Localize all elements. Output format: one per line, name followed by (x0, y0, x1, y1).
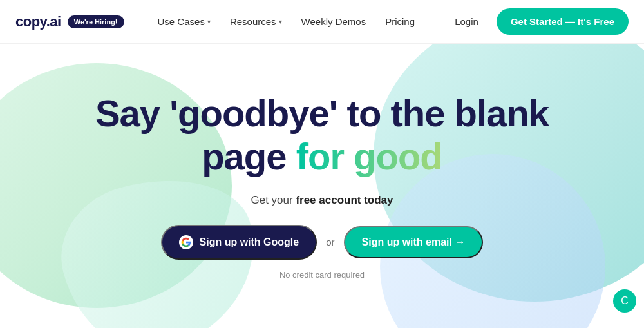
no-credit-card-text: No credit card required (95, 270, 549, 280)
get-started-button[interactable]: Get Started — It's Free (497, 8, 629, 35)
logo-area[interactable]: copy.ai We're Hiring! (15, 14, 124, 30)
hero-title-highlight: for good (296, 135, 442, 177)
or-separator: or (326, 236, 334, 247)
nav-links: Use Cases ▾ Resources ▾ Weekly Demos Pri… (150, 11, 448, 32)
google-icon (179, 235, 193, 249)
chat-bubble-button[interactable]: C (613, 289, 636, 313)
hero-content: Say 'goodbye' to the blank page for good… (82, 92, 562, 279)
hero-subtitle: Get your free account today (95, 194, 549, 207)
chevron-down-icon: ▾ (279, 18, 282, 25)
nav-link-pricing[interactable]: Pricing (377, 11, 422, 32)
nav-right: Login Get Started — It's Free (447, 8, 629, 35)
hero-title: Say 'goodbye' to the blank page for good (95, 92, 549, 178)
logo-text: copy.ai (15, 14, 61, 30)
sign-up-google-button[interactable]: Sign up with Google (161, 225, 317, 260)
hiring-badge[interactable]: We're Hiring! (68, 15, 124, 28)
navbar: copy.ai We're Hiring! Use Cases ▾ Resour… (0, 0, 644, 44)
login-button[interactable]: Login (447, 11, 486, 32)
hero-buttons: Sign up with Google or Sign up with emai… (95, 225, 549, 260)
nav-link-weekly-demos[interactable]: Weekly Demos (294, 11, 374, 32)
sign-up-email-button[interactable]: Sign up with email → (344, 226, 484, 258)
nav-link-resources[interactable]: Resources ▾ (222, 11, 290, 32)
chevron-down-icon: ▾ (207, 18, 211, 25)
hero-section: Say 'goodbye' to the blank page for good… (0, 44, 644, 328)
nav-link-use-cases[interactable]: Use Cases ▾ (150, 11, 218, 32)
